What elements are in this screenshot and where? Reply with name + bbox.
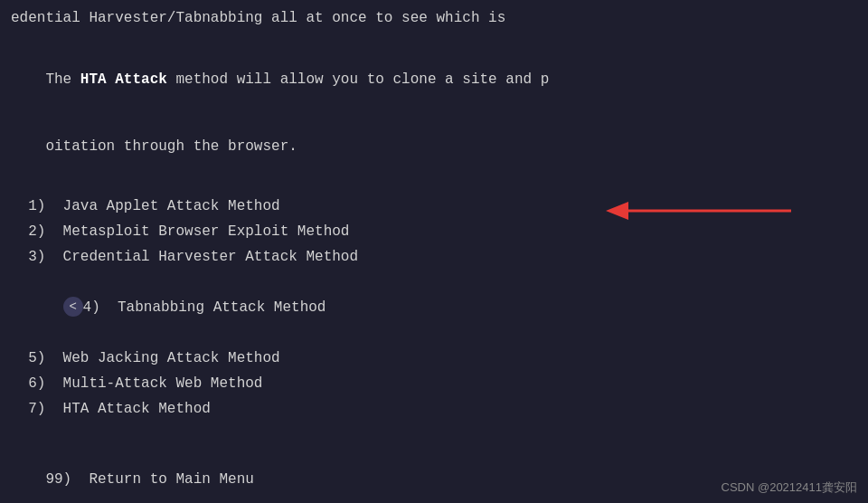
header-line: edential Harvester/Tabnabbing all at onc… (11, 7, 857, 29)
menu-item-3: 3) Credential Harvester Attack Method (11, 244, 857, 270)
terminal-window: edential Harvester/Tabnabbing all at onc… (0, 0, 868, 503)
menu-item-7: 7) HTA Attack Method (11, 396, 857, 422)
red-arrow-icon (597, 197, 796, 224)
hta-description-1: The HTA Attack method will allow you to … (11, 47, 857, 112)
header-text: edential Harvester/Tabnabbing all at onc… (11, 10, 505, 26)
hta-description-2: oitation through the browser. (11, 114, 857, 179)
watermark-text: CSDN @20212411龚安阳 (722, 479, 857, 496)
menu-item-5: 5) Web Jacking Attack Method (11, 346, 857, 371)
menu-item-4: <4) Tabnabbing Attack Method (11, 270, 857, 346)
svg-marker-1 (606, 202, 628, 220)
arrow-annotation (597, 197, 796, 224)
menu-list: 1) Java Applet Attack Method 2) Metasplo… (11, 194, 857, 422)
menu-item-6: 6) Multi-Attack Web Method (11, 371, 857, 396)
